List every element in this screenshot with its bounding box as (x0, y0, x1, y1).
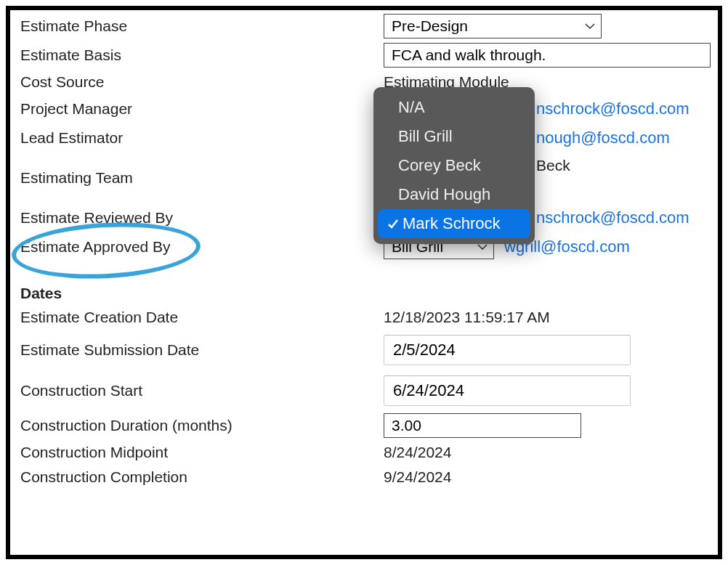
estimating-team-value: Beck (536, 157, 570, 174)
check-icon (384, 218, 403, 229)
reviewed-by-email-link[interactable]: nschrock@foscd.com (536, 208, 689, 227)
estimate-reviewed-by-label: Estimate Reviewed By (20, 209, 384, 227)
dropdown-item-label: Mark Schrock (403, 214, 500, 233)
dropdown-item-label: Corey Beck (398, 156, 481, 175)
estimate-basis-label: Estimate Basis (20, 46, 384, 64)
construction-start-input[interactable]: 6/24/2024 (384, 375, 631, 406)
dropdown-item-label: David Hough (398, 185, 490, 204)
estimate-basis-input[interactable] (384, 43, 711, 68)
dropdown-item-label: Bill Grill (398, 127, 453, 146)
estimate-creation-date-label: Estimate Creation Date (20, 309, 384, 326)
dropdown-item-label: N/A (398, 98, 425, 117)
dropdown-item[interactable]: Mark Schrock (378, 209, 530, 238)
reviewed-by-dropdown-menu[interactable]: N/ABill GrillCorey BeckDavid HoughMark S… (373, 87, 535, 244)
estimate-phase-label: Estimate Phase (20, 17, 384, 35)
chevron-down-icon (585, 21, 595, 31)
estimating-team-label: Estimating Team (20, 169, 384, 187)
estimate-creation-date-value: 12/18/2023 11:59:17 AM (384, 309, 550, 326)
construction-midpoint-label: Construction Midpoint (20, 444, 384, 461)
construction-duration-input[interactable] (384, 413, 581, 438)
construction-duration-label: Construction Duration (months) (20, 417, 384, 434)
dates-heading: Dates (20, 285, 384, 302)
construction-start-value: 6/24/2024 (393, 381, 464, 400)
construction-start-label: Construction Start (20, 382, 384, 399)
project-manager-label: Project Manager (20, 100, 384, 118)
estimate-approved-by-label: Estimate Approved By (20, 238, 384, 256)
estimate-submission-date-value: 2/5/2024 (393, 341, 456, 359)
dropdown-item[interactable]: N/A (373, 93, 535, 122)
dropdown-item[interactable]: Corey Beck (373, 151, 535, 180)
dropdown-item[interactable]: Bill Grill (373, 122, 535, 151)
dropdown-item[interactable]: David Hough (373, 180, 535, 209)
construction-completion-value: 9/24/2024 (384, 468, 451, 486)
lead-estimator-label: Lead Estimator (20, 129, 384, 147)
estimate-phase-select-value: Pre-Design (392, 17, 468, 35)
construction-completion-label: Construction Completion (20, 468, 384, 486)
construction-midpoint-value: 8/24/2024 (384, 444, 451, 461)
project-manager-email-link[interactable]: nschrock@foscd.com (536, 99, 689, 118)
estimate-submission-date-label: Estimate Submission Date (20, 341, 384, 359)
estimate-phase-select[interactable]: Pre-Design (384, 14, 602, 38)
lead-estimator-email-link[interactable]: nough@foscd.com (536, 129, 670, 147)
cost-source-label: Cost Source (20, 73, 384, 91)
estimate-submission-date-input[interactable]: 2/5/2024 (384, 335, 631, 365)
